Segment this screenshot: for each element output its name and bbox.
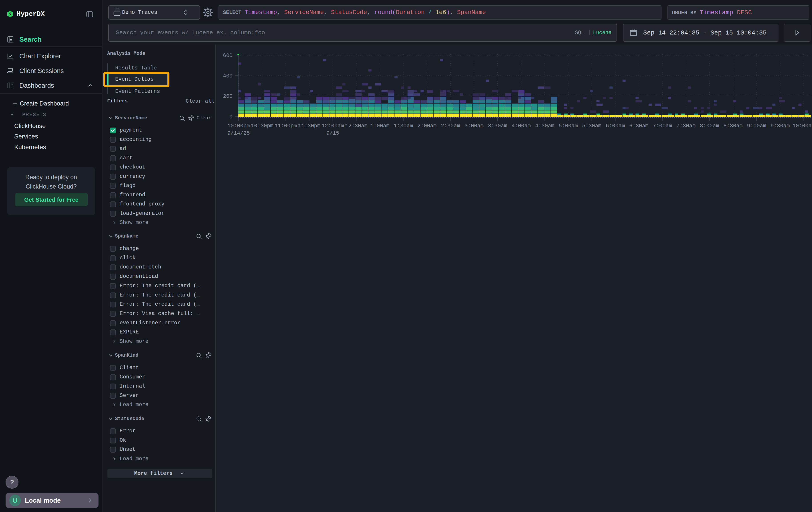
svg-text:12:00am: 12:00am — [321, 123, 344, 129]
svg-text:600: 600 — [223, 53, 233, 58]
svg-text:10:00pm: 10:00pm — [228, 123, 250, 129]
svg-text:7:30am: 7:30am — [676, 123, 695, 129]
svg-text:200: 200 — [223, 93, 233, 99]
svg-text:3:30am: 3:30am — [488, 123, 507, 129]
svg-text:7:00am: 7:00am — [653, 123, 672, 129]
svg-text:9:30am: 9:30am — [771, 123, 789, 129]
svg-text:4:30am: 4:30am — [535, 123, 554, 129]
svg-text:9:00am: 9:00am — [747, 123, 766, 129]
svg-text:8:30am: 8:30am — [724, 123, 743, 129]
svg-text:2:00am: 2:00am — [417, 123, 436, 129]
svg-text:3:00am: 3:00am — [464, 123, 484, 129]
svg-text:1:30am: 1:30am — [394, 123, 413, 129]
svg-text:9/14/25: 9/14/25 — [228, 130, 250, 136]
svg-text:4:00am: 4:00am — [512, 123, 531, 129]
svg-text:10:30pm: 10:30pm — [251, 123, 273, 129]
svg-text:11:00pm: 11:00pm — [274, 123, 297, 129]
svg-text:9/15: 9/15 — [326, 130, 339, 136]
svg-text:0: 0 — [229, 114, 233, 120]
svg-text:6:00am: 6:00am — [606, 123, 625, 129]
svg-text:11:30pm: 11:30pm — [298, 123, 320, 129]
svg-text:5:00am: 5:00am — [558, 123, 578, 129]
svg-text:10:00am: 10:00am — [792, 123, 812, 129]
svg-text:6:30am: 6:30am — [629, 123, 648, 129]
svg-text:5:30am: 5:30am — [582, 123, 601, 129]
svg-text:8:00am: 8:00am — [700, 123, 719, 129]
svg-text:400: 400 — [223, 73, 233, 79]
svg-text:2:30am: 2:30am — [441, 123, 460, 129]
svg-text:1:00am: 1:00am — [370, 123, 389, 129]
svg-text:12:30am: 12:30am — [345, 123, 368, 129]
